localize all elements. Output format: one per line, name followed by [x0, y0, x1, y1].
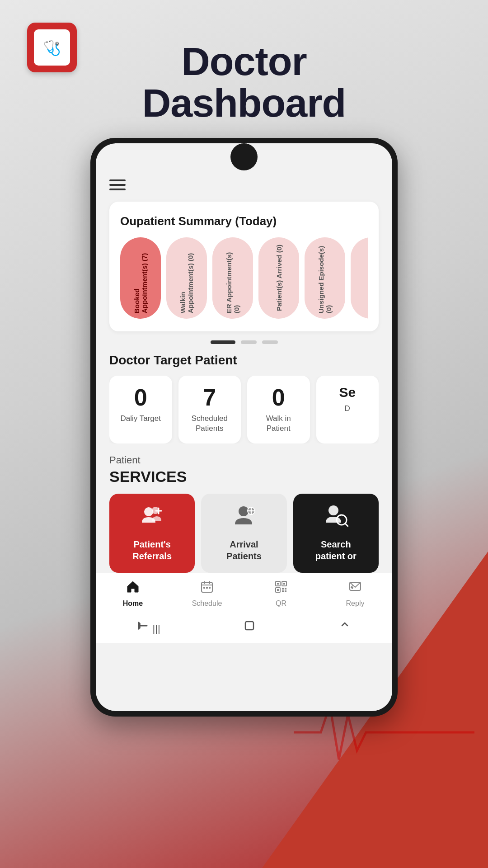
referrals-icon	[140, 505, 164, 534]
pill-walkin[interactable]: Walkin Appointment(s) (0)	[166, 237, 207, 319]
target-card-se[interactable]: Se D	[316, 376, 379, 443]
svg-point-10	[328, 505, 338, 515]
svg-point-6	[239, 506, 249, 516]
dot-1	[211, 340, 235, 344]
services-section-title: SERVICES	[109, 468, 379, 486]
pagination-dots	[109, 340, 379, 344]
svg-rect-19	[209, 587, 211, 589]
pill-unsigned[interactable]: Unsigned Episode(s) (0)	[305, 237, 345, 319]
android-back[interactable]: |||	[137, 619, 160, 635]
scheduled-number: 7	[186, 386, 234, 409]
nav-reply-label: Reply	[346, 599, 365, 608]
services-section-label: Patient	[109, 454, 379, 466]
referrals-label: Patient'sReferrals	[132, 538, 172, 562]
arrival-label: ArrivalPatients	[226, 538, 262, 562]
header: 🩺 Doctor Dashboard	[0, 0, 488, 138]
svg-rect-17	[203, 587, 205, 589]
title-line2: Dashboard	[142, 82, 346, 124]
se-number: Se	[324, 386, 372, 399]
target-card-scheduled[interactable]: 7 Scheduled Patients	[178, 376, 241, 443]
walkin-label: Walk in Patient	[254, 414, 303, 434]
svg-rect-25	[277, 589, 279, 591]
home-icon	[126, 580, 140, 597]
nav-qr-label: QR	[276, 599, 286, 608]
svg-point-2	[144, 507, 153, 516]
target-cards-container: 0 Daliy Target 7 Scheduled Patients 0 Wa…	[109, 376, 379, 443]
bottom-navigation: Home Schedule	[96, 573, 392, 613]
service-card-search[interactable]: Searchpatient or	[293, 494, 379, 573]
schedule-icon	[200, 580, 214, 597]
scheduled-label: Scheduled Patients	[186, 414, 234, 434]
phone-content: Oupatient Summary (Today) Booked Appoint…	[96, 179, 392, 573]
hamburger-menu[interactable]	[109, 179, 379, 190]
summary-pills-container: Booked Appointment(s) (7) Walkin Appoint…	[120, 237, 368, 319]
svg-rect-27	[285, 588, 286, 590]
service-card-arrival[interactable]: ArrivalPatients	[201, 494, 286, 573]
daily-target-label: Daliy Target	[117, 414, 165, 424]
hamburger-line-2	[109, 184, 126, 186]
summary-card-title: Oupatient Summary (Today)	[120, 214, 368, 228]
svg-rect-29	[285, 590, 286, 592]
nav-home-label: Home	[123, 599, 143, 608]
pill-booked[interactable]: Booked Appointment(s) (7)	[120, 237, 161, 319]
pill-medical[interactable]: Medical Report(s) (0)	[351, 237, 368, 319]
pill-er[interactable]: ER Appointment(s) (0)	[212, 237, 253, 319]
android-nav-bar: |||	[96, 613, 392, 643]
pill-arrived[interactable]: Patient(s) Arrived (0)	[258, 237, 299, 319]
walkin-number: 0	[254, 386, 303, 409]
search-icon	[324, 505, 348, 534]
hamburger-line-3	[109, 189, 126, 190]
target-card-daily[interactable]: 0 Daliy Target	[109, 376, 172, 443]
svg-line-12	[345, 524, 348, 526]
phone-mockup: Oupatient Summary (Today) Booked Appoint…	[90, 138, 398, 717]
arrival-icon	[231, 505, 256, 534]
nav-qr[interactable]: QR	[244, 580, 318, 608]
page-title-block: Doctor Dashboard	[142, 41, 346, 124]
svg-rect-37	[245, 622, 253, 630]
phone-screen: Oupatient Summary (Today) Booked Appoint…	[96, 143, 392, 711]
se-label: D	[324, 404, 372, 414]
services-cards-container: Patient'sReferrals ArrivalPatients	[109, 494, 379, 573]
nav-home[interactable]: Home	[96, 580, 170, 608]
svg-rect-26	[282, 588, 284, 590]
search-label: Searchpatient or	[315, 538, 357, 562]
dot-3	[262, 340, 278, 344]
logo-icon: 🩺	[34, 29, 70, 66]
outpatient-summary-card: Oupatient Summary (Today) Booked Appoint…	[109, 202, 379, 331]
svg-rect-28	[282, 590, 284, 592]
dot-2	[241, 340, 257, 344]
svg-rect-18	[206, 587, 208, 589]
phone-notch	[230, 143, 258, 170]
svg-rect-24	[283, 583, 285, 585]
nav-schedule-label: Schedule	[192, 599, 222, 608]
svg-rect-23	[277, 583, 279, 585]
logo-svg: 🩺	[38, 34, 66, 61]
android-recents[interactable]	[338, 619, 351, 635]
daily-target-number: 0	[117, 386, 165, 409]
reply-icon	[348, 580, 362, 597]
title-line1: Doctor	[181, 41, 307, 82]
nav-reply[interactable]: Reply	[318, 580, 392, 608]
target-card-walkin[interactable]: 0 Walk in Patient	[247, 376, 310, 443]
service-card-referrals[interactable]: Patient'sReferrals	[109, 494, 195, 573]
qr-icon	[274, 580, 288, 597]
svg-text:🩺: 🩺	[43, 39, 61, 57]
android-home[interactable]	[243, 619, 256, 635]
nav-schedule[interactable]: Schedule	[170, 580, 244, 608]
hamburger-line-1	[109, 179, 126, 181]
target-section-title: Doctor Target Patient	[109, 353, 379, 368]
app-logo: 🩺	[27, 23, 77, 72]
